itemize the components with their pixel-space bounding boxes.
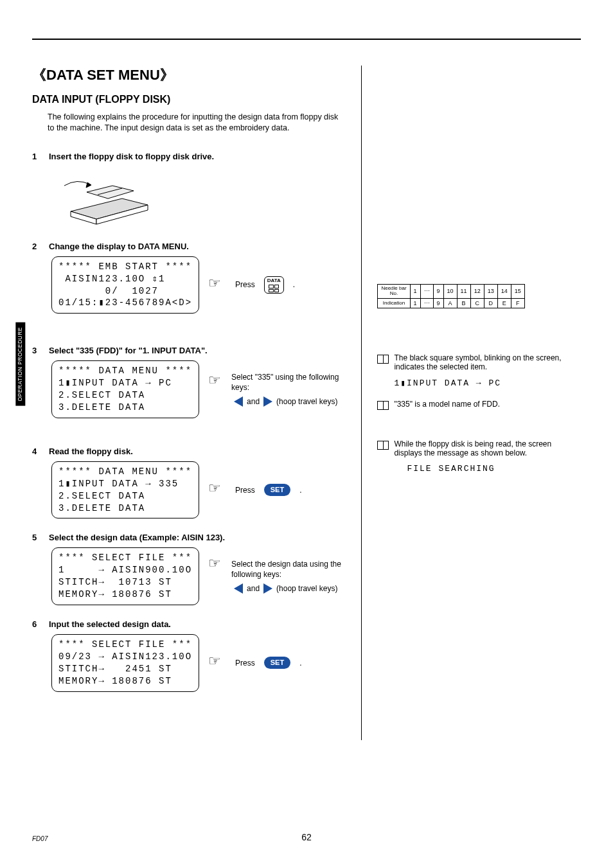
floppy-drive-illustration [51,166,161,227]
step-title: Input the selected design data. [49,619,171,629]
step-number: 4 [32,447,40,456]
arrow-right-icon[interactable] [263,396,272,407]
period: . [299,658,301,668]
step-1: 1 Insert the floppy disk to floppy disk … [32,152,346,227]
data-button-label: DATA [267,278,281,283]
keys-label: (hoop travel keys) [276,396,337,407]
section-title: DATA INPUT (FLOPPY DISK) [32,94,346,105]
page-number: 62 [301,832,312,842]
book-icon [377,441,389,450]
note-black-square: The black square symbol, blinking on the… [377,353,581,388]
lcd-screen: ***** DATA MENU **** 1▮INPUT DATA → PC 2… [51,360,199,418]
columns: OPERATION PROCEDURE 《DATA SET MENU》 DATA… [32,66,581,740]
press-label: Press [235,658,255,668]
arrow-right-icon[interactable] [263,583,272,594]
footer-code: FD07 [32,835,48,842]
note-text: The black square symbol, blinking on the… [394,353,581,371]
step-number: 6 [32,619,40,629]
svg-marker-3 [87,186,134,199]
lcd-screen: ***** DATA MENU **** 1▮INPUT DATA → 335 … [51,461,199,519]
lcd-screen: **** SELECT FILE *** 09/23 → AISIN123.10… [51,634,199,692]
left-column: OPERATION PROCEDURE 《DATA SET MENU》 DATA… [32,66,346,740]
hand-icon [208,484,226,497]
arrow-left-icon[interactable] [234,396,243,407]
instruction-text: Select the design data using the followi… [231,559,346,580]
lcd-screen: **** SELECT FILE *** 1 → AISIN900.10O ST… [51,547,199,605]
top-rule [32,39,581,40]
step-title: Read the floppy disk. [49,447,133,456]
step-title: Insert the floppy disk to floppy disk dr… [49,152,214,161]
hand-icon [208,279,226,292]
table-row: Indication 1 ⋯ 9 A B C D E F [378,298,524,308]
hand-icon [208,376,226,389]
note-text: While the floppy disk is being read, the… [394,439,581,457]
right-column: Needle bar No. 1 ⋯ 9 10 11 12 13 14 15 I… [361,66,581,740]
and-label: and [247,396,260,407]
note-335: "335" is a model name of FDD. [377,400,581,410]
and-label: and [247,583,260,594]
note-text: "335" is a model name of FDD. [394,400,500,410]
instruction-text: Select "335" using the following keys: [231,372,346,393]
needle-bar-table: Needle bar No. 1 ⋯ 9 10 11 12 13 14 15 I… [377,284,524,308]
step-5: 5 Select the design data (Example: AISIN… [32,533,346,605]
press-label: Press [235,279,255,290]
period: . [299,485,301,495]
set-button[interactable]: SET [264,484,290,496]
lcd-screen: ***** EMB START **** AISIN123.10O ⇕1 0/ … [51,256,199,314]
hand-icon [208,559,226,572]
book-icon [377,355,389,364]
hand-icon [208,657,226,669]
lcd-line: FILE SEARCHING [407,464,581,474]
step-title: Change the display to DATA MENU. [49,242,189,251]
svg-marker-5 [86,182,91,188]
note-file-searching: While the floppy disk is being read, the… [377,439,581,474]
table-row: Needle bar No. 1 ⋯ 9 10 11 12 13 14 15 [378,285,524,299]
keys-label: (hoop travel keys) [276,583,337,594]
lcd-line: 1▮INPUT DATA → PC [394,378,581,388]
data-button[interactable]: DATA [264,276,284,294]
footer: FD07 62 [32,835,581,842]
press-label: Press [235,485,255,495]
arrow-left-icon[interactable] [234,583,243,594]
row-label: Indication [378,298,410,308]
page-title: 《DATA SET MENU》 [32,66,346,85]
period: . [293,279,295,290]
step-number: 2 [32,242,40,251]
step-number: 3 [32,346,40,355]
step-number: 1 [32,152,40,161]
step-number: 5 [32,533,40,542]
step-2: 2 Change the display to DATA MENU. *****… [32,242,346,314]
page: OPERATION PROCEDURE 《DATA SET MENU》 DATA… [0,0,613,868]
intro-text: The following explains the procedure for… [48,112,346,134]
set-button[interactable]: SET [264,657,290,669]
row-label: Needle bar No. [378,285,410,299]
side-tab: OPERATION PROCEDURE [15,323,25,406]
step-title: Select "335 (FDD)" for "1. INPUT DATA". [49,346,208,355]
step-4: 4 Read the floppy disk. ***** DATA MENU … [32,447,346,519]
book-icon [377,401,389,410]
step-6: 6 Input the selected design data. **** S… [32,619,346,692]
step-3: 3 Select "335 (FDD)" for "1. INPUT DATA"… [32,346,346,418]
step-title: Select the design data (Example: AISIN 1… [49,533,225,542]
